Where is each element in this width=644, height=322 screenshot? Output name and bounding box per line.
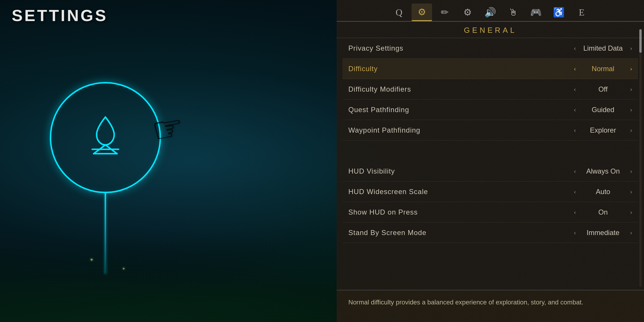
extra-icon: E [579, 7, 585, 18]
setting-value-privacy: Limited Data [580, 44, 626, 52]
settings-list: Privacy Settings ‹ Limited Data › Diffic… [337, 38, 644, 243]
setting-control-hud-press: ‹ On › [574, 208, 632, 216]
setting-control-difficulty: ‹ Normal › [574, 65, 632, 73]
setting-label-hud-vis: HUD Visibility [348, 167, 574, 175]
chevron-left-quest-path[interactable]: ‹ [574, 106, 576, 114]
gear2-icon: ⚙ [463, 7, 472, 18]
setting-label-quest-path: Quest Pathfinding [348, 106, 574, 114]
chevron-left-standby[interactable]: ‹ [574, 229, 576, 237]
tab-audio[interactable]: 🔊 [480, 4, 501, 21]
chevron-right-standby[interactable]: › [630, 229, 632, 237]
tab-display[interactable]: ✏ [434, 4, 455, 21]
settings-panel: Q ⚙ ✏ ⚙ 🔊 🖱 🎮 ♿ E GENERAL Priva [337, 0, 644, 322]
section-title: GENERAL [337, 22, 644, 38]
setting-label-hud-press: Show HUD on Press [348, 208, 574, 216]
chevron-right-privacy[interactable]: › [630, 44, 632, 52]
chevron-left-difficulty[interactable]: ‹ [574, 65, 576, 73]
setting-value-waypoint-path: Explorer [580, 126, 626, 134]
setting-value-quest-path: Guided [580, 106, 626, 114]
setting-control-privacy: ‹ Limited Data › [574, 44, 632, 52]
setting-row-quest-path[interactable]: Quest Pathfinding ‹ Guided › [342, 100, 638, 120]
campfire-stick [105, 192, 106, 274]
chevron-right-waypoint-path[interactable]: › [630, 126, 632, 134]
accessibility-icon: ♿ [553, 7, 565, 18]
gear-icon: ⚙ [418, 6, 426, 18]
particle [91, 259, 93, 261]
setting-value-hud-vis: Always On [580, 167, 626, 175]
setting-control-waypoint-path: ‹ Explorer › [574, 126, 632, 134]
setting-label-hud-wide: HUD Widescreen Scale [348, 188, 574, 196]
tab-general[interactable]: ⚙ [412, 4, 432, 21]
quick-icon: Q [395, 7, 402, 18]
chevron-right-hud-wide[interactable]: › [630, 188, 632, 196]
page-title: SETTINGS [12, 6, 108, 25]
setting-row-difficulty[interactable]: Difficulty ‹ Normal › [342, 59, 638, 79]
tab-controller[interactable]: 🎮 [526, 4, 546, 21]
tab-accessibility[interactable]: ♿ [549, 4, 569, 21]
campfire-icon [76, 108, 135, 167]
chevron-left-hud-press[interactable]: ‹ [574, 208, 576, 216]
setting-control-hud-wide: ‹ Auto › [574, 188, 632, 196]
campfire-circle [50, 82, 161, 193]
audio-icon: 🔊 [484, 7, 496, 18]
setting-value-difficulty: Normal [580, 65, 626, 73]
tab-display2[interactable]: ⚙ [457, 4, 478, 21]
tab-quick[interactable]: Q [389, 4, 409, 21]
chevron-right-quest-path[interactable]: › [630, 106, 632, 114]
setting-control-hud-vis: ‹ Always On › [574, 167, 632, 175]
setting-label-difficulty-mod: Difficulty Modifiers [348, 85, 574, 93]
chevron-left-hud-wide[interactable]: ‹ [574, 188, 576, 196]
setting-value-difficulty-mod: Off [580, 85, 626, 93]
chevron-right-difficulty[interactable]: › [630, 65, 632, 73]
controller-icon: 🎮 [530, 7, 542, 18]
setting-control-standby: ‹ Immediate › [574, 229, 632, 237]
setting-label-privacy: Privacy Settings [348, 44, 574, 52]
setting-row-waypoint-path[interactable]: Waypoint Pathfinding ‹ Explorer › [342, 120, 638, 141]
chevron-left-difficulty-mod[interactable]: ‹ [574, 85, 576, 93]
tab-extra[interactable]: E [571, 4, 592, 21]
setting-control-difficulty-mod: ‹ Off › [574, 85, 632, 93]
chevron-right-hud-press[interactable]: › [630, 208, 632, 216]
setting-value-hud-wide: Auto [580, 188, 626, 196]
setting-row-hud-vis[interactable]: HUD Visibility ‹ Always On › [342, 161, 638, 181]
setting-value-standby: Immediate [580, 229, 626, 237]
setting-control-quest-path: ‹ Guided › [574, 106, 632, 114]
chevron-left-privacy[interactable]: ‹ [574, 44, 576, 52]
setting-row-difficulty-mod[interactable]: Difficulty Modifiers ‹ Off › [342, 79, 638, 100]
setting-label-waypoint-path: Waypoint Pathfinding [348, 126, 574, 134]
pencil-icon: ✏ [441, 7, 449, 18]
setting-value-hud-press: On [580, 208, 626, 216]
scrollbar-track[interactable] [639, 29, 642, 287]
setting-row-hud-wide[interactable]: HUD Widescreen Scale ‹ Auto › [342, 181, 638, 202]
setting-row-privacy[interactable]: Privacy Settings ‹ Limited Data › [342, 38, 638, 59]
particle [123, 268, 124, 269]
chevron-left-hud-vis[interactable]: ‹ [574, 167, 576, 175]
chevron-right-difficulty-mod[interactable]: › [630, 85, 632, 93]
chevron-right-hud-vis[interactable]: › [630, 167, 632, 175]
description-text: Normal difficulty provides a balanced ex… [348, 297, 632, 307]
chevron-left-waypoint-path[interactable]: ‹ [574, 126, 576, 134]
scrollbar-thumb[interactable] [639, 29, 642, 53]
setting-label-standby: Stand By Screen Mode [348, 229, 574, 237]
setting-row-hud-press[interactable]: Show HUD on Press ‹ On › [342, 202, 638, 222]
tab-bar: Q ⚙ ✏ ⚙ 🔊 🖱 🎮 ♿ E [337, 0, 644, 22]
setting-label-difficulty: Difficulty [348, 65, 574, 73]
description-box: Normal difficulty provides a balanced ex… [337, 290, 644, 322]
setting-spacer [342, 141, 638, 161]
setting-row-standby[interactable]: Stand By Screen Mode ‹ Immediate › [342, 222, 638, 243]
mouse-icon: 🖱 [508, 7, 518, 18]
tab-mouse[interactable]: 🖱 [503, 4, 523, 21]
